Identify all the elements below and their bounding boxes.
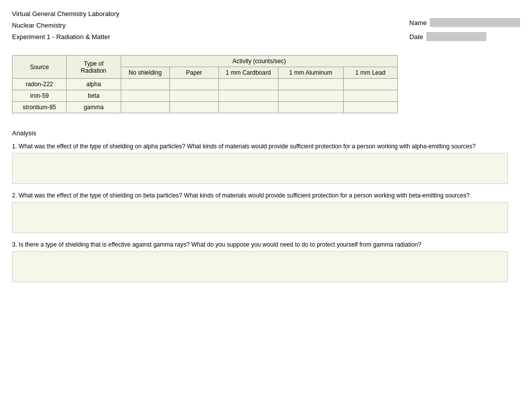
header-source: Source xyxy=(13,56,67,79)
header-cardboard: 1 mm Cardboard xyxy=(218,67,278,79)
cell-paper-2 xyxy=(170,102,218,113)
app-title: Virtual General Chemistry Laboratory xyxy=(12,10,119,18)
answer-box-1[interactable] xyxy=(12,153,508,184)
cell-source-1: iron-59 xyxy=(13,90,67,102)
date-label: Date xyxy=(409,33,423,41)
cell-no_shielding-1 xyxy=(121,90,169,102)
radiation-table: Source Type of Radiation Activity (count… xyxy=(12,55,398,113)
header-right: Name Date xyxy=(409,18,520,41)
header-no-shielding: No shielding xyxy=(121,67,169,79)
table-row: radon-222alpha xyxy=(13,79,398,90)
header-activity: Activity (counts/sec) xyxy=(121,56,397,67)
question-block-3: 3. Is there a type of shielding that is … xyxy=(12,240,520,282)
cell-source-0: radon-222 xyxy=(13,79,67,90)
date-field-row: Date xyxy=(409,32,520,41)
header-lead: 1 mm Lead xyxy=(343,67,397,79)
data-table-section: Source Type of Radiation Activity (count… xyxy=(12,55,520,113)
question-block-2: 2. What was the effect of the type of sh… xyxy=(12,191,520,233)
cell-lead-2 xyxy=(343,102,397,113)
cell-aluminum-0 xyxy=(278,79,343,90)
name-field-row: Name xyxy=(409,18,520,27)
cell-type-0: alpha xyxy=(67,79,121,90)
cell-type-2: gamma xyxy=(67,102,121,113)
cell-aluminum-2 xyxy=(278,102,343,113)
date-input[interactable] xyxy=(426,32,486,41)
question-block-1: 1. What was the effect of the type of sh… xyxy=(12,142,520,184)
subject: Nuclear Chemistry xyxy=(12,22,119,29)
analysis-section: Analysis 1. What was the effect of the t… xyxy=(12,129,520,289)
name-input[interactable] xyxy=(430,18,520,27)
cell-no_shielding-0 xyxy=(121,79,169,90)
cell-cardboard-2 xyxy=(218,102,278,113)
header-left: Virtual General Chemistry Laboratory Nuc… xyxy=(12,10,119,41)
cell-lead-1 xyxy=(343,90,397,102)
experiment-label: Experiment 1 - Radiation & Matter xyxy=(12,33,119,41)
cell-cardboard-1 xyxy=(218,90,278,102)
question-2-text: 2. What was the effect of the type of sh… xyxy=(12,191,520,200)
cell-cardboard-0 xyxy=(218,79,278,90)
cell-type-1: beta xyxy=(67,90,121,102)
analysis-title: Analysis xyxy=(12,129,520,137)
cell-no_shielding-2 xyxy=(121,102,169,113)
answer-box-2[interactable] xyxy=(12,202,508,233)
table-row: iron-59beta xyxy=(13,90,398,102)
cell-source-2: strontium-85 xyxy=(13,102,67,113)
cell-aluminum-1 xyxy=(278,90,343,102)
header-paper: Paper xyxy=(170,67,218,79)
cell-paper-1 xyxy=(170,90,218,102)
question-3-text: 3. Is there a type of shielding that is … xyxy=(12,240,520,249)
cell-paper-0 xyxy=(170,79,218,90)
header-type-text: Type of Radiation xyxy=(81,60,107,74)
name-label: Name xyxy=(409,19,427,27)
header-type: Type of Radiation xyxy=(67,56,121,79)
question-1-text: 1. What was the effect of the type of sh… xyxy=(12,142,520,151)
header-aluminum: 1 mm Aluminum xyxy=(278,67,343,79)
table-row: strontium-85gamma xyxy=(13,102,398,113)
cell-lead-0 xyxy=(343,79,397,90)
answer-box-3[interactable] xyxy=(12,251,508,282)
